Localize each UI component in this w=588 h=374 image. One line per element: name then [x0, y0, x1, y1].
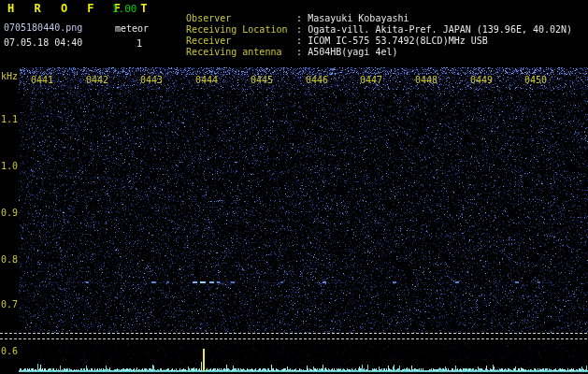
- time-tick: 0448: [415, 75, 437, 85]
- observation-datetime: 07.05.18 04:40: [4, 37, 82, 48]
- time-tick: 0447: [360, 75, 382, 85]
- time-tick: 0443: [140, 75, 163, 85]
- time-tick: 0446: [306, 75, 328, 85]
- freq-unit-label: kHz: [0, 71, 18, 81]
- output-filename: 0705180440.png: [4, 22, 82, 33]
- level-panel-separator: [0, 338, 588, 339]
- spectrogram-area: [0, 67, 588, 333]
- info-label: Receiving antenna: [186, 47, 296, 57]
- hrofft-screen: H R O F F T 1.00 0705180440.png meteor 0…: [0, 0, 588, 374]
- meteor-count: 1: [136, 38, 142, 49]
- freq-tick: 1.1: [0, 114, 18, 124]
- freq-tick: 1.0: [0, 161, 18, 171]
- freq-tick: 0.6: [0, 346, 18, 356]
- level-panel-separator: [0, 333, 588, 334]
- freq-tick: 0.9: [0, 208, 18, 218]
- time-tick: 0449: [470, 75, 493, 85]
- info-row-antenna: Receiving antenna: A504HB(yagi 4el): [164, 36, 397, 67]
- info-value: A504HB(yagi 4el): [308, 47, 397, 57]
- time-tick: 0442: [86, 75, 108, 85]
- freq-tick: 0.8: [0, 254, 18, 265]
- time-tick: 0450: [524, 75, 547, 85]
- info-separator: :: [296, 47, 308, 57]
- freq-tick: 0.7: [0, 299, 18, 309]
- mode-label: meteor: [115, 23, 149, 34]
- signal-level-panel: [0, 334, 588, 374]
- time-tick: 0445: [251, 75, 273, 85]
- app-version: 1.00: [112, 3, 137, 15]
- time-tick: 0441: [31, 75, 53, 85]
- time-tick: 0444: [195, 75, 218, 85]
